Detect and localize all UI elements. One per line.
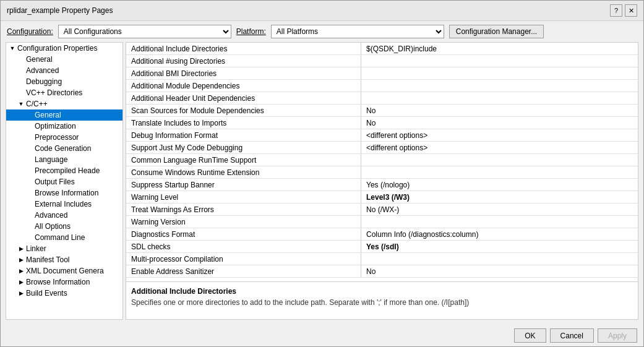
title-bar: rplidar_example Property Pages ? ✕	[1, 1, 643, 21]
sidebar-item-cpp[interactable]: ▼C/C++	[6, 98, 122, 109]
sidebar-item-general[interactable]: General	[6, 54, 122, 65]
sidebar-item-label-manifest-tool: Manifest Tool	[26, 255, 69, 264]
table-row[interactable]: Suppress Startup BannerYes (/nologo)	[126, 179, 638, 191]
prop-name-16: SDL checks	[126, 241, 361, 252]
sidebar-item-browse-info2[interactable]: ▶Browse Information	[6, 276, 122, 288]
prop-name-9: Common Language RunTime Support	[126, 154, 361, 166]
sidebar-item-linker[interactable]: ▶Linker	[6, 243, 122, 254]
prop-name-18: Enable Address Sanitizer	[126, 265, 361, 277]
config-row: Configuration: All Configurations Platfo…	[1, 21, 643, 42]
prop-value-5: No	[361, 105, 638, 116]
table-row[interactable]: Translate Includes to ImportsNo	[126, 117, 638, 129]
prop-name-3: Additional Module Dependencies	[126, 80, 361, 92]
expand-icon-browse-info2[interactable]: ▶	[17, 278, 25, 286]
prop-value-12: Level3 (/W3)	[361, 191, 638, 203]
sidebar-item-label-vc-dirs: VC++ Directories	[26, 88, 82, 97]
table-row[interactable]: Additional Include Directories$(QSDK_DIR…	[126, 43, 638, 55]
prop-name-1: Additional #using Directories	[126, 55, 361, 67]
prop-value-10	[361, 166, 638, 178]
expand-icon-linker[interactable]: ▶	[17, 245, 25, 252]
description-panel: Additional Include Directories Specifies…	[126, 282, 638, 319]
table-row[interactable]: Enable Address SanitizerNo	[126, 265, 638, 278]
config-manager-button[interactable]: Configuration Manager...	[449, 25, 544, 38]
sidebar-item-code-gen[interactable]: Code Generation	[6, 143, 122, 154]
sidebar-item-language[interactable]: Language	[6, 154, 122, 165]
table-row[interactable]: SDL checksYes (/sdl)	[126, 241, 638, 253]
prop-value-8: <different options>	[361, 142, 638, 153]
table-row[interactable]: Warning Version	[126, 216, 638, 228]
sidebar-item-label-cpp: C/C++	[26, 100, 48, 108]
main-content: ▼Configuration PropertiesGeneralAdvanced…	[1, 42, 643, 325]
sidebar-item-precompiled[interactable]: Precompiled Heade	[6, 165, 122, 176]
sidebar-item-browse-info[interactable]: Browse Information	[6, 187, 122, 199]
footer: OK Cancel Apply	[1, 325, 643, 346]
prop-name-6: Translate Includes to Imports	[126, 117, 361, 129]
prop-name-15: Diagnostics Format	[126, 228, 361, 240]
expand-icon-manifest-tool[interactable]: ▶	[17, 256, 25, 263]
table-row[interactable]: Additional #using Directories	[126, 55, 638, 67]
prop-name-13: Treat Warnings As Errors	[126, 203, 361, 215]
sidebar-item-label-ext-includes: External Includes	[35, 200, 92, 208]
sidebar-item-preprocessor[interactable]: Preprocessor	[6, 132, 122, 143]
table-row[interactable]: Multi-processor Compilation	[126, 253, 638, 265]
sidebar-item-optimization[interactable]: Optimization	[6, 121, 122, 132]
prop-value-16: Yes (/sdl)	[361, 241, 638, 252]
table-row[interactable]: Debug Information Format<different optio…	[126, 129, 638, 142]
prop-name-8: Support Just My Code Debugging	[126, 142, 361, 153]
prop-value-0: $(QSDK_DIR)include	[361, 43, 638, 54]
expand-icon-config-props[interactable]: ▼	[9, 45, 16, 52]
close-button[interactable]: ✕	[625, 4, 637, 17]
title-controls: ? ✕	[610, 4, 637, 17]
sidebar-item-cmd-line[interactable]: Command Line	[6, 232, 122, 243]
desc-text: Specifies one or more directories to add…	[131, 298, 633, 307]
sidebar-item-cpp-general[interactable]: General	[6, 109, 122, 121]
sidebar-item-build-events[interactable]: ▶Build Events	[6, 288, 122, 299]
platform-label: Platform:	[236, 27, 266, 36]
sidebar-item-label-build-events: Build Events	[26, 289, 67, 298]
table-row[interactable]: Additional Module Dependencies	[126, 80, 638, 92]
sidebar-item-debugging[interactable]: Debugging	[6, 76, 122, 87]
expand-icon-cpp[interactable]: ▼	[17, 100, 25, 108]
config-dropdown[interactable]: All Configurations	[58, 25, 231, 38]
sidebar-item-xml-doc[interactable]: ▶XML Document Genera	[6, 265, 122, 276]
prop-name-14: Warning Version	[126, 216, 361, 228]
sidebar-item-vc-dirs[interactable]: VC++ Directories	[6, 87, 122, 98]
table-row[interactable]: Support Just My Code Debugging<different…	[126, 142, 638, 154]
ok-button[interactable]: OK	[514, 328, 546, 343]
sidebar-item-advanced[interactable]: Advanced	[6, 65, 122, 76]
table-row[interactable]: Additional Header Unit Dependencies	[126, 92, 638, 105]
expand-icon-xml-doc[interactable]: ▶	[17, 267, 25, 275]
sidebar-item-label-cmd-line: Command Line	[35, 233, 85, 242]
table-row[interactable]: Consume Windows Runtime Extension	[126, 166, 638, 179]
table-row[interactable]: Warning LevelLevel3 (/W3)	[126, 191, 638, 203]
prop-value-11: Yes (/nologo)	[361, 179, 638, 191]
table-row[interactable]: Additional BMI Directories	[126, 67, 638, 80]
table-row[interactable]: Scan Sources for Module DependenciesNo	[126, 105, 638, 117]
sidebar-item-output-files[interactable]: Output Files	[6, 176, 122, 187]
table-row[interactable]: Common Language RunTime Support	[126, 154, 638, 166]
prop-name-0: Additional Include Directories	[126, 43, 361, 54]
sidebar-item-ext-includes[interactable]: External Includes	[6, 199, 122, 210]
cancel-button[interactable]: Cancel	[550, 328, 594, 343]
sidebar-item-label-advanced: Advanced	[26, 66, 59, 75]
platform-dropdown[interactable]: All Platforms	[271, 25, 444, 38]
sidebar-item-manifest-tool[interactable]: ▶Manifest Tool	[6, 254, 122, 265]
dialog-title: rplidar_example Property Pages	[7, 6, 113, 15]
sidebar-item-all-options[interactable]: All Options	[6, 221, 122, 232]
expand-icon-build-events[interactable]: ▶	[17, 289, 25, 297]
sidebar-item-label-xml-doc: XML Document Genera	[26, 267, 104, 275]
table-row[interactable]: Treat Warnings As ErrorsNo (/WX-)	[126, 203, 638, 216]
desc-title: Additional Include Directories	[131, 287, 633, 296]
prop-value-18: No	[361, 265, 638, 277]
table-row[interactable]: Diagnostics FormatColumn Info (/diagnost…	[126, 228, 638, 241]
prop-value-7: <different options>	[361, 129, 638, 141]
prop-value-15: Column Info (/diagnostics:column)	[361, 228, 638, 240]
sidebar: ▼Configuration PropertiesGeneralAdvanced…	[6, 42, 123, 320]
sidebar-item-advanced2[interactable]: Advanced	[6, 210, 122, 221]
help-button[interactable]: ?	[610, 4, 622, 17]
sidebar-item-config-props[interactable]: ▼Configuration Properties	[6, 43, 122, 54]
sidebar-item-label-browse-info2: Browse Information	[26, 278, 90, 286]
apply-button[interactable]: Apply	[598, 328, 637, 343]
prop-value-13: No (/WX-)	[361, 203, 638, 215]
prop-value-1	[361, 55, 638, 67]
